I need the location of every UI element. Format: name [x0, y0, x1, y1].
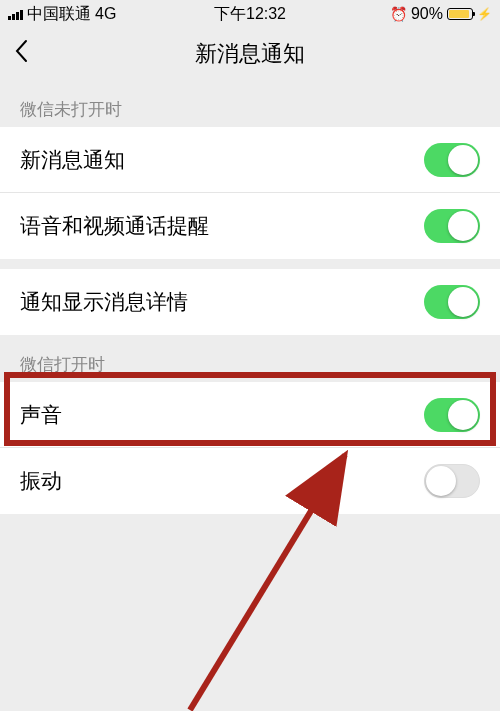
cell-new-message-notification: 新消息通知 — [0, 127, 500, 193]
nav-bar: 新消息通知 — [0, 28, 500, 80]
cell-sound: 声音 — [0, 382, 500, 448]
status-time: 下午12:32 — [214, 4, 286, 25]
cell-label: 振动 — [20, 467, 62, 495]
alarm-icon: ⏰ — [390, 6, 407, 22]
switch-vibrate[interactable] — [424, 464, 480, 498]
section-header-open: 微信打开时 — [0, 335, 500, 382]
battery-percent: 90% — [411, 5, 443, 23]
battery-icon — [447, 8, 473, 20]
switch-knob — [426, 466, 456, 496]
cell-label: 语音和视频通话提醒 — [20, 212, 209, 240]
signal-icon — [8, 8, 23, 20]
cell-group-detail: 通知显示消息详情 — [0, 269, 500, 335]
cell-group-closed: 新消息通知 语音和视频通话提醒 — [0, 127, 500, 259]
switch-show-message-detail[interactable] — [424, 285, 480, 319]
cell-label: 新消息通知 — [20, 146, 125, 174]
cell-label: 通知显示消息详情 — [20, 288, 188, 316]
network-label: 4G — [95, 5, 116, 23]
cell-voice-video-call-alert: 语音和视频通话提醒 — [0, 193, 500, 259]
status-bar: 中国联通 4G 下午12:32 ⏰ 90% ⚡ — [0, 0, 500, 28]
section-header-closed: 微信未打开时 — [0, 80, 500, 127]
cell-show-message-detail: 通知显示消息详情 — [0, 269, 500, 335]
switch-knob — [448, 145, 478, 175]
cell-vibrate: 振动 — [0, 448, 500, 514]
status-left: 中国联通 4G — [8, 4, 116, 25]
switch-voice-video-call-alert[interactable] — [424, 209, 480, 243]
status-right: ⏰ 90% ⚡ — [390, 5, 492, 23]
page-title: 新消息通知 — [195, 39, 305, 69]
switch-new-message-notification[interactable] — [424, 143, 480, 177]
switch-knob — [448, 400, 478, 430]
back-button[interactable] — [14, 38, 28, 70]
carrier-label: 中国联通 — [27, 4, 91, 25]
chevron-left-icon — [14, 39, 28, 63]
cell-group-open: 声音 振动 — [0, 382, 500, 514]
cell-label: 声音 — [20, 401, 62, 429]
switch-knob — [448, 211, 478, 241]
switch-knob — [448, 287, 478, 317]
charging-icon: ⚡ — [477, 7, 492, 21]
switch-sound[interactable] — [424, 398, 480, 432]
